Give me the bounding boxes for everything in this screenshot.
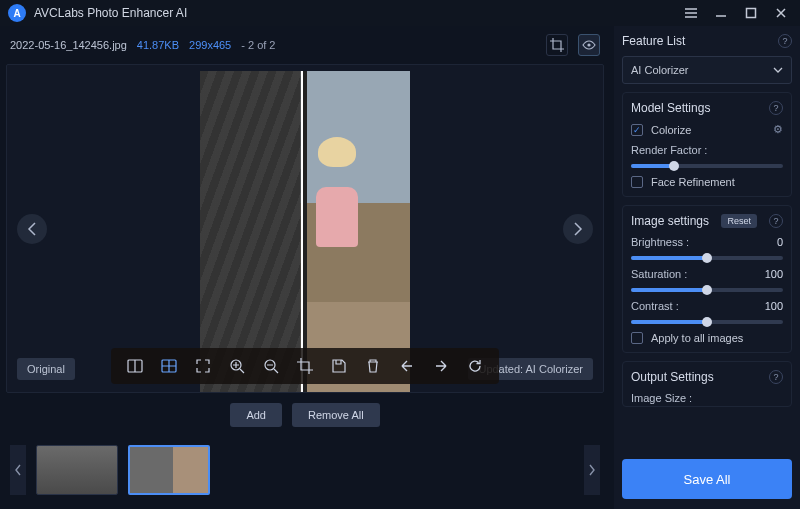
model-settings-title: Model Settings <box>631 101 710 115</box>
brightness-row: Brightness : 0 <box>631 236 783 248</box>
feature-list-title: Feature List <box>622 34 685 48</box>
undo-icon[interactable] <box>397 356 417 376</box>
svg-point-1 <box>587 43 590 46</box>
gear-icon[interactable]: ⚙ <box>773 123 783 136</box>
thumbnail-1[interactable] <box>36 445 118 495</box>
delete-icon[interactable] <box>363 356 383 376</box>
compare-divider[interactable] <box>301 71 303 393</box>
zoom-in-icon[interactable] <box>227 356 247 376</box>
feature-list-header: Feature List ? <box>622 34 792 48</box>
preview-pane: Original Updated: AI Colorizer <box>6 64 604 393</box>
reset-button[interactable]: Reset <box>721 214 757 228</box>
render-factor-slider[interactable] <box>631 164 783 168</box>
add-button[interactable]: Add <box>230 403 282 427</box>
file-name: 2022-05-16_142456.jpg <box>10 39 127 51</box>
output-settings-title: Output Settings <box>631 370 714 384</box>
help-icon[interactable]: ? <box>778 34 792 48</box>
redo-icon[interactable] <box>431 356 451 376</box>
app-title: AVCLabs Photo Enhancer AI <box>34 6 187 20</box>
face-refinement-row: Face Refinement <box>631 176 783 188</box>
file-dimensions: 299x465 <box>189 39 231 51</box>
colorize-label: Colorize <box>651 124 691 136</box>
apply-all-row: Apply to all images <box>631 332 783 344</box>
split-vertical-icon[interactable] <box>125 356 145 376</box>
maximize-icon[interactable] <box>740 2 762 24</box>
feature-selected: AI Colorizer <box>631 64 688 76</box>
help-icon[interactable]: ? <box>769 370 783 384</box>
output-settings-header: Output Settings ? <box>631 370 783 384</box>
brightness-value: 0 <box>777 236 783 248</box>
crop-icon[interactable] <box>295 356 315 376</box>
main-area: 2022-05-16_142456.jpg 41.87KB 299x465 - … <box>0 26 614 509</box>
minimize-icon[interactable] <box>710 2 732 24</box>
contrast-row: Contrast : 100 <box>631 300 783 312</box>
refresh-icon[interactable] <box>465 356 485 376</box>
chevron-down-icon <box>773 65 783 75</box>
model-settings-section: Model Settings ? Colorize ⚙ Render Facto… <box>622 92 792 197</box>
help-icon[interactable]: ? <box>769 214 783 228</box>
thumbnail-strip <box>6 437 604 503</box>
midbar: Add Remove All <box>6 399 604 431</box>
image-settings-header: Image settings Reset ? <box>631 214 783 228</box>
thumb-next-button[interactable] <box>584 445 600 495</box>
zoom-out-icon[interactable] <box>261 356 281 376</box>
saturation-slider[interactable] <box>631 288 783 292</box>
close-icon[interactable] <box>770 2 792 24</box>
save-all-button[interactable]: Save All <box>622 459 792 499</box>
face-refinement-checkbox[interactable] <box>631 176 643 188</box>
menu-icon[interactable] <box>680 2 702 24</box>
save-icon[interactable] <box>329 356 349 376</box>
colorize-checkbox[interactable] <box>631 124 643 136</box>
apply-all-checkbox[interactable] <box>631 332 643 344</box>
thumbnail-2[interactable] <box>128 445 210 495</box>
image-size-label: Image Size : <box>631 392 783 404</box>
titlebar: A AVCLabs Photo Enhancer AI <box>0 0 800 26</box>
image-settings-section: Image settings Reset ? Brightness : 0 Sa… <box>622 205 792 353</box>
output-settings-section: Output Settings ? Image Size : <box>622 361 792 407</box>
brightness-label: Brightness : <box>631 236 689 248</box>
file-info: 2022-05-16_142456.jpg 41.87KB 299x465 - … <box>6 32 604 58</box>
preview-toolbar <box>111 348 499 384</box>
brightness-slider[interactable] <box>631 256 783 260</box>
remove-all-button[interactable]: Remove All <box>292 403 380 427</box>
render-factor-label: Render Factor : <box>631 144 783 156</box>
app-logo: A <box>8 4 26 22</box>
thumb-prev-button[interactable] <box>10 445 26 495</box>
saturation-value: 100 <box>765 268 783 280</box>
saturation-label: Saturation : <box>631 268 687 280</box>
svg-rect-0 <box>747 9 756 18</box>
colorize-row: Colorize ⚙ <box>631 123 783 136</box>
contrast-slider[interactable] <box>631 320 783 324</box>
file-counter: - 2 of 2 <box>241 39 275 51</box>
original-badge: Original <box>17 358 75 380</box>
saturation-row: Saturation : 100 <box>631 268 783 280</box>
grid-view-icon[interactable] <box>159 356 179 376</box>
help-icon[interactable]: ? <box>769 101 783 115</box>
contrast-value: 100 <box>765 300 783 312</box>
crop-button[interactable] <box>546 34 568 56</box>
feature-select[interactable]: AI Colorizer <box>622 56 792 84</box>
contrast-label: Contrast : <box>631 300 679 312</box>
preview-toggle-button[interactable] <box>578 34 600 56</box>
model-settings-header: Model Settings ? <box>631 101 783 115</box>
next-image-button[interactable] <box>563 214 593 244</box>
image-settings-title: Image settings <box>631 214 709 228</box>
compare-image[interactable] <box>200 71 410 393</box>
side-panel: Feature List ? AI Colorizer Model Settin… <box>614 26 800 509</box>
file-size: 41.87KB <box>137 39 179 51</box>
apply-all-label: Apply to all images <box>651 332 743 344</box>
face-refinement-label: Face Refinement <box>651 176 735 188</box>
fit-screen-icon[interactable] <box>193 356 213 376</box>
prev-image-button[interactable] <box>17 214 47 244</box>
